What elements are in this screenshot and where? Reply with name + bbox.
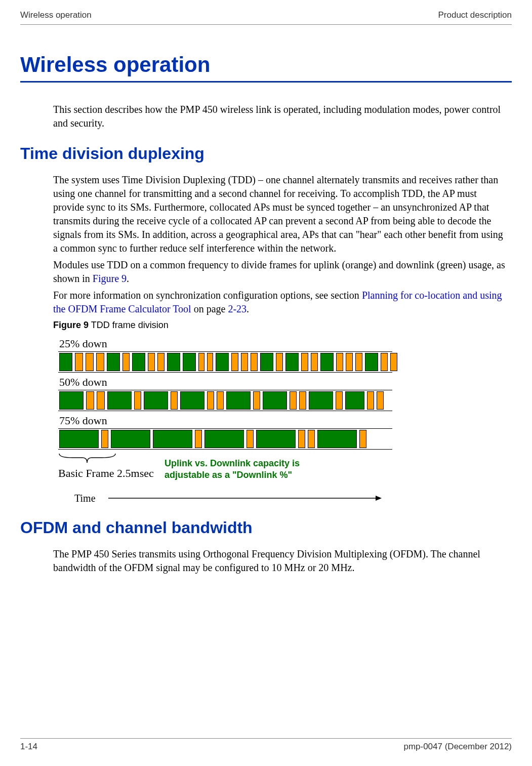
figure9-link[interactable]: Figure 9 [93,273,127,284]
intro-text: This section describes how the PMP 450 w… [53,103,509,130]
tdd-p3c: . [247,303,249,314]
downlink-bar [132,353,145,371]
uplink-bar [231,353,238,371]
uplink-bar [195,430,202,448]
row2-track [58,390,392,411]
uplink-bar [217,391,224,410]
uplink-line1: Uplink vs. Downlink capacity is [165,458,300,468]
time-label: Time [74,493,96,504]
uplink-bar [207,391,214,410]
uplink-bar [148,353,155,371]
ofdm-p1: The PMP 450 Series transmits using Ortho… [53,547,509,575]
downlink-bar [144,391,168,410]
downlink-bar [309,391,333,410]
uplink-bar [299,391,306,410]
uplink-bar [207,353,213,371]
uplink-bar [101,430,108,448]
figure-number: Figure 9 [53,320,89,330]
intro-block: This section describes how the PMP 450 w… [20,103,512,130]
uplink-bar [355,353,362,371]
downlink-bar [183,353,196,371]
downlink-bar [365,353,378,371]
arrow-icon [108,494,382,502]
svg-marker-1 [376,496,382,501]
uplink-bar [346,353,353,371]
uplink-bar [359,430,366,448]
uplink-bar [247,430,254,448]
downlink-bar [216,353,229,371]
annotations: Basic Frame 2.5msec Uplink vs. Downlink … [58,453,392,481]
uplink-bar [86,353,94,371]
frame-row-75: 75% down [58,414,509,450]
ofdm-block: The PMP 450 Series transmits using Ortho… [20,547,512,575]
downlink-bar [317,430,357,448]
basic-frame-label: Basic Frame 2.5msec [58,467,116,480]
uplink-bar [171,391,178,410]
uplink-bar [251,353,258,371]
page-link[interactable]: 2-23 [228,303,247,314]
header-left: Wireless operation [20,10,92,20]
uplink-bar [336,391,343,410]
figure-9: 25% down 50% down 75% [53,335,509,504]
uplink-bar [301,353,308,371]
uplink-bar [390,353,397,371]
uplink-bar [86,391,94,410]
page-footer: 1-14 pmp-0047 (December 2012) [20,738,512,752]
time-axis: Time [58,493,509,504]
tdd-p3: For more information on synchronization … [53,289,509,316]
uplink-bar [308,430,315,448]
uplink-bar [336,353,343,371]
row1-label: 25% down [59,337,509,350]
uplink-bar [253,391,260,410]
downlink-bar [263,391,287,410]
page-title: Wireless operation [20,53,512,77]
uplink-bar [377,391,384,410]
brace-area: Basic Frame 2.5msec [58,453,116,480]
downlink-bar [204,430,244,448]
tdd-p2: Modules use TDD on a common frequency to… [53,258,509,286]
uplink-bar [97,391,105,410]
uplink-bar [75,353,83,371]
uplink-bar [157,353,165,371]
figure-caption: Figure 9 TDD frame division [53,320,509,331]
tdd-p2b: . [127,273,129,284]
uplink-bar [276,353,283,371]
uplink-bar [134,391,141,410]
row3-track [58,428,392,450]
downlink-bar [226,391,251,410]
row3-label: 75% down [59,414,509,427]
tdd-p3a: For more information on synchronization … [53,290,362,301]
downlink-bar [59,391,84,410]
frame-row-25: 25% down [58,337,509,373]
uplink-bar [367,391,374,410]
downlink-bar [260,353,273,371]
downlink-bar [107,353,120,371]
header-right: Product description [438,10,512,20]
downlink-bar [256,430,296,448]
figure-title: TDD frame division [89,320,169,330]
tdd-p1: The system uses Time Division Duplexing … [53,173,509,255]
uplink-line2: adjustable as a "Downlink %" [165,470,292,480]
uplink-bar [298,430,305,448]
downlink-bar [180,391,204,410]
uplink-bar [241,353,248,371]
footer-right: pmp-0047 (December 2012) [403,742,512,752]
uplink-bar [96,353,104,371]
title-underline [20,81,512,83]
row1-track [58,351,392,373]
downlink-bar [320,353,334,371]
uplink-bar [198,353,204,371]
downlink-bar [167,353,180,371]
ofdm-heading: OFDM and channel bandwidth [20,518,512,537]
downlink-bar [59,353,72,371]
page-header: Wireless operation Product description [20,10,512,25]
uplink-bar [122,353,130,371]
downlink-bar [345,391,364,410]
frame-row-50: 50% down [58,376,509,411]
uplink-bar [290,391,297,410]
tdd-block: The system uses Time Division Duplexing … [20,173,512,504]
downlink-bar [111,430,150,448]
tdd-p3b: on page [191,303,228,314]
tdd-heading: Time division duplexing [20,144,512,163]
downlink-bar [285,353,299,371]
